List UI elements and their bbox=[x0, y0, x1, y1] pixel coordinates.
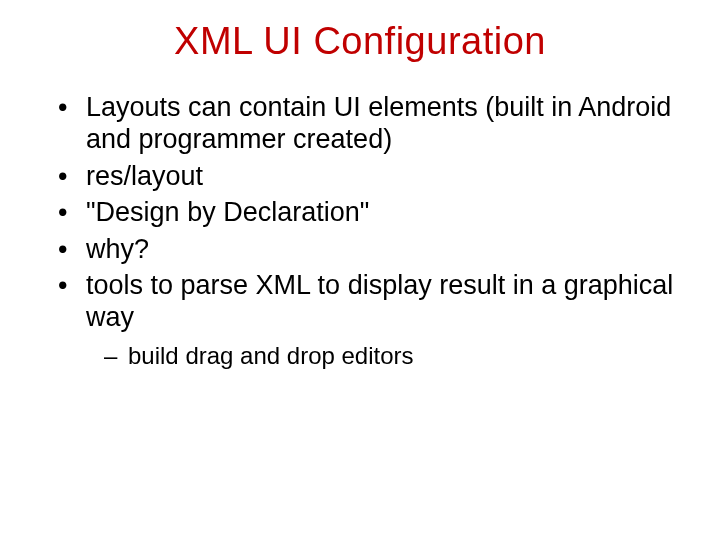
bullet-list: Layouts can contain UI elements (built i… bbox=[40, 91, 680, 371]
list-item: "Design by Declaration" bbox=[58, 196, 680, 228]
slide-title: XML UI Configuration bbox=[40, 20, 680, 63]
list-item: res/layout bbox=[58, 160, 680, 192]
list-item: tools to parse XML to display result in … bbox=[58, 269, 680, 371]
sub-bullet-list: build drag and drop editors bbox=[86, 340, 680, 371]
list-item: why? bbox=[58, 233, 680, 265]
list-item-text: tools to parse XML to display result in … bbox=[86, 270, 673, 332]
sub-list-item: build drag and drop editors bbox=[104, 340, 680, 371]
list-item: Layouts can contain UI elements (built i… bbox=[58, 91, 680, 156]
